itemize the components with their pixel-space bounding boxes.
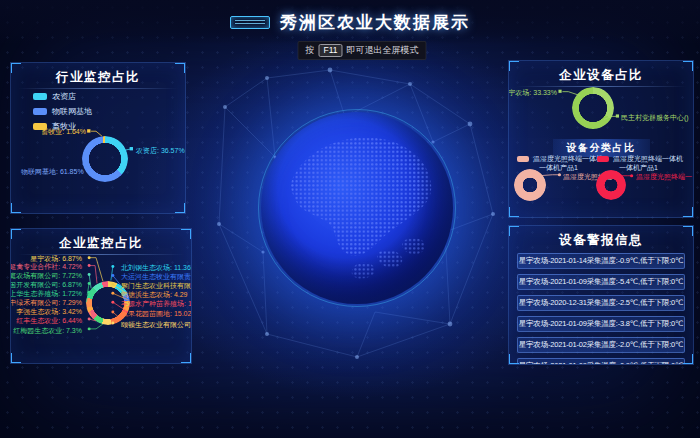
tooltip-text-suffix: 即可退出全屏模式	[347, 44, 419, 57]
corner-accent	[10, 203, 21, 214]
title-divider	[516, 86, 686, 87]
alarm-row: 星宇农场-2021-01-09采集温度:-0.9℃,低于下限:0℃	[517, 358, 685, 365]
chart-label: 红梅园生态农业: 7.3%	[13, 326, 82, 336]
tooltip-text-prefix: 按	[305, 44, 314, 57]
chart-label: 农资店: 36.57%	[136, 146, 185, 156]
chart-label: 畜牧业: 1.64%	[41, 127, 86, 137]
alarm-row: 星宇农场-2021-01-02采集温度:-2.0℃,低于下限:0℃	[517, 337, 685, 353]
device-donut-chart[interactable]	[572, 87, 614, 129]
corner-accent	[181, 353, 192, 364]
chart-label: 星宇农场: 33.33%	[508, 88, 557, 98]
panel-title: 企业设备占比	[509, 67, 693, 84]
panel-industry-monitor: 行业监控占比 农资店 物联网基地 畜牧业 畜牧业: 1.64% 农资店: 36.…	[10, 62, 186, 214]
corner-accent	[683, 207, 694, 218]
panel-device-ratio: 企业设备占比 星宇农场: 33.33% 民主村党群服务中心() 设备分类占比 温…	[508, 60, 694, 218]
alarm-list: 星宇农场-2021-01-14采集温度:-0.9℃,低于下限:0℃ 星宇农场-2…	[517, 253, 685, 365]
industry-legend: 农资店 物联网基地 畜牧业	[33, 91, 92, 132]
fullscreen-tooltip: 按 F11 即可退出全屏模式	[297, 41, 426, 60]
globe-continents	[261, 112, 453, 304]
corner-accent	[175, 203, 186, 214]
panel-enterprise-monitor: 企业监控占比	[10, 228, 192, 364]
legend-swatch	[33, 108, 47, 115]
alarm-row: 星宇农场-2020-12-31采集温度:-2.5℃,低于下限:0℃	[517, 295, 685, 311]
chart-label: 红丰生态农业: 6.44%	[16, 316, 82, 326]
legend-swatch	[33, 93, 47, 100]
legend-item[interactable]: 农资店	[33, 91, 92, 102]
industry-donut-chart[interactable]	[82, 136, 128, 182]
class-donut-chart-right[interactable]	[596, 170, 626, 200]
legend-label: 物联网基地	[52, 106, 92, 117]
chart-label: 丰源水产种苗养殖场: 1.	[121, 299, 192, 309]
legend-label: 农资店	[52, 91, 76, 102]
panel-title: 行业监控占比	[11, 69, 185, 86]
corner-accent	[508, 207, 519, 218]
legend-swatch	[597, 156, 609, 162]
panel-title: 设备警报信息	[509, 232, 693, 249]
panel-title: 企业监控占比	[11, 235, 191, 252]
alarm-row: 星宇农场-2021-01-14采集温度:-0.9℃,低于下限:0℃	[517, 253, 685, 269]
class-donut-chart-left[interactable]	[514, 169, 546, 201]
legend-item[interactable]: 物联网基地	[33, 106, 92, 117]
chart-label: 民主村党群服务中心()	[621, 113, 689, 123]
chart-label: 瓜果花园苗圃地: 15.02%	[121, 309, 192, 319]
legend-swatch	[517, 156, 529, 162]
corner-accent	[10, 353, 21, 364]
page-title: 秀洲区农业大数据展示	[280, 11, 470, 34]
chart-label: 颐顿生态农业有限公司: 6.87	[121, 320, 192, 330]
alarm-row: 星宇农场-2021-01-09采集温度:-5.4℃,低于下限:0℃	[517, 274, 685, 290]
dashboard: 秀洲区农业大数据展示 按 F11 即可退出全屏模式 行业监控占比 农资店 物联网…	[0, 0, 700, 438]
panel-device-alarms: 设备警报信息 星宇农场-2021-01-14采集温度:-0.9℃,低于下限:0℃…	[508, 225, 694, 365]
alarm-row: 星宇农场-2021-01-09采集温度:-3.8℃,低于下限:0℃	[517, 316, 685, 332]
brand-logo	[230, 16, 270, 29]
chart-label: 温湿度光照终端一	[636, 172, 692, 182]
f11-keycap: F11	[318, 44, 342, 57]
globe	[261, 112, 453, 304]
header: 秀洲区农业大数据展示	[0, 0, 700, 44]
title-divider	[18, 88, 178, 89]
chart-label: 物联网基地: 61.85%	[21, 167, 84, 177]
